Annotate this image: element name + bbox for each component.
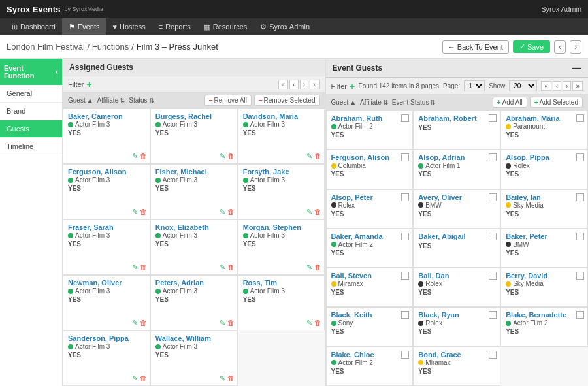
guest-name[interactable]: Alsop, Adrian [418, 153, 495, 161]
delete-icon[interactable]: 🗑 [314, 152, 321, 161]
guest-checkbox[interactable] [489, 351, 497, 359]
breadcrumb-path1[interactable]: London Film Festival / Functions [7, 42, 129, 52]
guest-checkbox[interactable] [401, 351, 409, 359]
assigned-col-guest[interactable]: Guest ▲ [68, 97, 93, 104]
guest-checkbox[interactable] [489, 272, 497, 280]
edit-icon[interactable]: ✎ [306, 152, 312, 161]
guest-name[interactable]: Davidson, Maria [243, 112, 320, 120]
guest-name[interactable]: Peters, Adrian [155, 279, 233, 287]
guest-checkbox[interactable] [576, 193, 584, 201]
guest-name[interactable]: Fraser, Sarah [68, 223, 145, 231]
add-all-button[interactable]: + Add All [493, 97, 527, 108]
guest-name[interactable]: Baker, Cameron [68, 112, 145, 120]
guest-checkbox[interactable] [401, 114, 409, 122]
guest-name[interactable]: Abraham, Ruth [331, 114, 408, 122]
edit-icon[interactable]: ✎ [220, 152, 225, 161]
guest-checkbox[interactable] [489, 311, 497, 319]
event-page-first[interactable]: « [541, 81, 551, 91]
edit-icon[interactable]: ✎ [132, 319, 138, 327]
guest-checkbox[interactable] [401, 193, 409, 201]
guest-name[interactable]: Blake, Chloe [331, 351, 408, 359]
assigned-filter-add-button[interactable]: + [86, 79, 91, 89]
event-col-guest[interactable]: Guest ▲ [331, 99, 357, 106]
nav-hostess[interactable]: ♥ Hostess [106, 18, 152, 35]
edit-icon[interactable]: ✎ [220, 374, 225, 383]
guest-name[interactable]: Abraham, Maria [506, 114, 583, 122]
remove-selected-button[interactable]: – Remove Selected [254, 95, 320, 106]
edit-icon[interactable]: ✎ [306, 263, 312, 272]
nav-reports[interactable]: ≡ Reports [152, 18, 197, 35]
assigned-page-prev[interactable]: ‹ [289, 80, 298, 89]
sidebar-item-guests[interactable]: Guests [0, 120, 62, 138]
delete-icon[interactable]: 🗑 [140, 319, 147, 327]
event-col-status[interactable]: Event Status ⇅ [392, 99, 436, 106]
guest-name[interactable]: Ross, Tim [243, 279, 320, 287]
guest-name[interactable]: Berry, David [506, 272, 583, 280]
guest-checkbox[interactable] [401, 233, 409, 240]
guest-name[interactable]: Burgess, Rachel [155, 112, 233, 120]
sidebar-item-general[interactable]: General [0, 85, 62, 103]
delete-icon[interactable]: 🗑 [227, 263, 235, 272]
add-selected-button[interactable]: + Add Selected [530, 97, 583, 108]
guest-name[interactable]: Wallace, William [155, 334, 233, 342]
nav-resources[interactable]: ▦ Resources [197, 18, 254, 35]
guest-name[interactable]: Sanderson, Pippa [68, 334, 145, 342]
edit-icon[interactable]: ✎ [132, 374, 138, 383]
prev-page-button[interactable]: ‹ [554, 40, 566, 54]
edit-icon[interactable]: ✎ [220, 263, 225, 272]
guest-checkbox[interactable] [576, 153, 584, 161]
guest-checkbox[interactable] [401, 272, 409, 280]
guest-name[interactable]: Newman, Oliver [68, 279, 145, 287]
edit-icon[interactable]: ✎ [220, 319, 225, 327]
delete-icon[interactable]: 🗑 [227, 374, 235, 383]
remove-all-button[interactable]: – Remove All [204, 95, 252, 106]
assigned-page-last[interactable]: » [310, 80, 320, 89]
sidebar-item-timeline[interactable]: Timeline [0, 138, 62, 155]
show-select[interactable]: 2050100 [509, 80, 537, 91]
guest-checkbox[interactable] [576, 311, 584, 319]
guest-name[interactable]: Abraham, Robert [418, 114, 495, 122]
delete-icon[interactable]: 🗑 [140, 208, 147, 216]
assigned-page-first[interactable]: « [278, 80, 289, 89]
guest-name[interactable]: Bond, Grace [418, 351, 495, 359]
sidebar-item-brand[interactable]: Brand [0, 103, 62, 120]
nav-events[interactable]: ⚑ Events [62, 18, 106, 35]
delete-icon[interactable]: 🗑 [227, 208, 235, 216]
edit-icon[interactable]: ✎ [306, 208, 312, 216]
guest-checkbox[interactable] [401, 311, 409, 319]
nav-syrox-admin[interactable]: ⚙ Syrox Admin [253, 18, 316, 35]
guest-checkbox[interactable] [489, 153, 497, 161]
guest-checkbox[interactable] [576, 233, 584, 240]
event-page-next[interactable]: › [563, 81, 571, 91]
guest-checkbox[interactable] [401, 153, 409, 161]
assigned-page-next[interactable]: › [300, 80, 308, 89]
delete-icon[interactable]: 🗑 [227, 152, 235, 161]
assigned-col-status[interactable]: Status ⇅ [129, 97, 154, 104]
guest-checkbox[interactable] [576, 114, 584, 122]
event-guests-collapse-button[interactable]: — [572, 63, 581, 73]
guest-name[interactable]: Ball, Steven [331, 272, 408, 280]
guest-name[interactable]: Ferguson, Alison [331, 153, 408, 161]
next-page-button[interactable]: › [570, 40, 581, 54]
guest-name[interactable]: Forsyth, Jake [243, 168, 320, 176]
guest-name[interactable]: Baker, Peter [506, 233, 583, 240]
guest-name[interactable]: Morgan, Stephen [243, 223, 320, 231]
delete-icon[interactable]: 🗑 [140, 152, 147, 161]
delete-icon[interactable]: 🗑 [140, 263, 147, 272]
guest-name[interactable]: Knox, Elizabeth [155, 223, 233, 231]
event-col-affiliate[interactable]: Affiliate ⇅ [360, 99, 388, 106]
edit-icon[interactable]: ✎ [306, 319, 312, 327]
guest-name[interactable]: Bailey, Ian [506, 193, 583, 201]
guest-name[interactable]: Blake, Bernadette [506, 311, 583, 319]
guest-name[interactable]: Baker, Amanda [331, 233, 408, 240]
edit-icon[interactable]: ✎ [132, 263, 138, 272]
assigned-col-affiliate[interactable]: Affiliate ⇅ [97, 97, 125, 104]
edit-icon[interactable]: ✎ [220, 208, 225, 216]
edit-icon[interactable]: ✎ [132, 152, 138, 161]
delete-icon[interactable]: 🗑 [227, 319, 235, 327]
guest-name[interactable]: Fisher, Michael [155, 168, 233, 176]
guest-checkbox[interactable] [576, 272, 584, 280]
delete-icon[interactable]: 🗑 [314, 319, 321, 327]
guest-name[interactable]: Black, Ryan [418, 311, 495, 319]
save-button[interactable]: ✓ Save [513, 40, 550, 53]
